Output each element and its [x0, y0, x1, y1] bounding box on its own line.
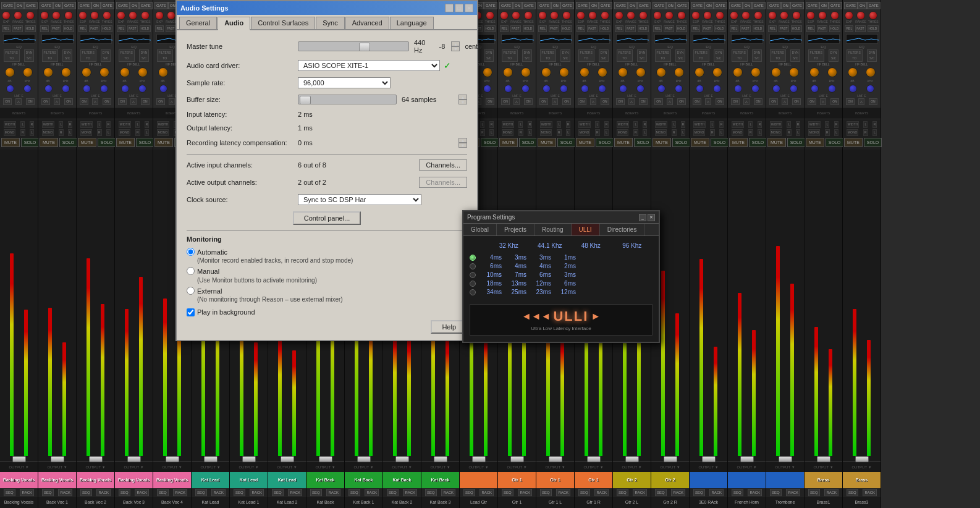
btn-solo-19[interactable]: SOLO [711, 138, 729, 147]
output-row-13[interactable]: OUTPUT ▼ [460, 461, 497, 472]
knob-range-16[interactable] [588, 11, 597, 20]
btn-mono-MONO-5[interactable]: MONO [157, 129, 169, 136]
btn-mono-L-3[interactable]: L [106, 129, 111, 136]
btn-mute-19[interactable]: MUTE [691, 138, 709, 147]
btn-mono-R-17[interactable]: R [633, 129, 638, 136]
tab-sync[interactable]: Sync [316, 17, 344, 29]
btn-on2-19[interactable]: △ [705, 98, 711, 105]
btn-routing-WIDTH-2[interactable]: WIDTH [42, 121, 54, 128]
btn-fast-17[interactable]: FAST [625, 25, 636, 32]
btn-mono-R-20[interactable]: R [748, 129, 753, 136]
btn-routing-WIDTH-23[interactable]: WIDTH [847, 121, 859, 128]
btn-on2-17[interactable]: △ [628, 98, 635, 105]
btn-fast-4[interactable]: FAST [127, 25, 138, 32]
btn-mute-4[interactable]: MUTE [116, 138, 135, 147]
btn-solo-3[interactable]: SOLO [98, 138, 116, 147]
btn-on-19[interactable]: ON [704, 2, 714, 9]
knob-blue-19[interactable] [713, 85, 721, 93]
output-row-11[interactable]: OUTPUT ▼ [383, 461, 421, 472]
btn-hold-15[interactable]: HOLD [561, 25, 572, 32]
output-row-20[interactable]: OUTPUT ▼ [728, 461, 766, 472]
knob-blue-20[interactable] [751, 85, 759, 93]
knob-range-1[interactable] [14, 11, 22, 20]
fader-knob-18[interactable] [664, 456, 677, 462]
btn-gate-18[interactable]: GATE [675, 2, 689, 9]
btn-mono-R-19[interactable]: R [710, 129, 715, 136]
recording-latency-spinner[interactable]: ▲ ▼ [458, 138, 467, 148]
btn-mute-1[interactable]: MUTE [1, 138, 20, 147]
fader-knob-10[interactable] [357, 456, 371, 462]
btn-rack-4[interactable]: RACK [135, 489, 149, 496]
btn-mono-MONO-14[interactable]: MONO [502, 129, 514, 136]
btn-on2-23[interactable]: △ [858, 98, 864, 105]
btn-routing-WIDTH-4[interactable]: WIDTH [119, 121, 131, 128]
knob-exp-23[interactable] [845, 11, 853, 20]
btn-filt-22[interactable]: DYN S/C [829, 49, 839, 62]
fader-knob-11[interactable] [395, 456, 409, 462]
btn-seq-17[interactable]: SEQ [617, 489, 628, 496]
btn-routing-L-15[interactable]: L [557, 121, 561, 128]
btn-mute-15[interactable]: MUTE [538, 138, 556, 147]
btn-mute-22[interactable]: MUTE [806, 138, 824, 147]
fader-knob-7[interactable] [242, 456, 256, 462]
btn-mono-L-23[interactable]: L [872, 129, 877, 136]
knob-blue-15[interactable] [543, 85, 551, 93]
btn-mono-R-15[interactable]: R [557, 129, 562, 136]
knob-blue-14[interactable] [504, 85, 512, 93]
btn-gate-16[interactable]: GATE [576, 2, 589, 9]
output-row-18[interactable]: OUTPUT ▼ [651, 461, 689, 472]
ulli-row-0[interactable]: 4ms3ms3ms1ms [470, 254, 653, 261]
btn-mute-3[interactable]: MUTE [78, 138, 96, 147]
btn-solo-14[interactable]: SOLO [519, 138, 537, 147]
fader-knob-3[interactable] [89, 456, 103, 462]
knob-range-5[interactable] [167, 11, 175, 20]
btn-mono-L-13[interactable]: L [489, 129, 494, 136]
btn-routing-L-2[interactable]: L [59, 121, 63, 128]
ulli-row-1[interactable]: 6ms4ms4ms2ms [470, 263, 653, 269]
btn-routing-WIDTH-20[interactable]: WIDTH [732, 121, 744, 128]
btn-filt-14[interactable]: DYN S/C [522, 49, 533, 62]
btn-on-4[interactable]: ON [130, 2, 139, 9]
btn-filt-18[interactable]: FILTERS TO [655, 49, 671, 62]
btn-rel-20[interactable]: REL [730, 25, 738, 32]
knob-blue-13[interactable] [483, 85, 491, 93]
btn-fast-23[interactable]: FAST [855, 25, 866, 32]
btn-routing-WIDTH-3[interactable]: WIDTH [80, 121, 93, 128]
btn-filt-3[interactable]: FILTERS TO [80, 49, 96, 62]
btn-mono-MONO-20[interactable]: MONO [732, 129, 744, 136]
prog-tab-directories[interactable]: Directories [600, 224, 645, 235]
btn-seq-23[interactable]: SEQ [847, 489, 858, 496]
btn-mute-21[interactable]: MUTE [767, 138, 786, 147]
fader-knob-12[interactable] [434, 456, 447, 462]
btn-gate-3[interactable]: GATE [78, 2, 91, 9]
btn-rel-23[interactable]: REL [845, 25, 853, 32]
btn-gate-17[interactable]: GATE [614, 2, 628, 9]
knob-dB-15[interactable] [559, 67, 569, 77]
btn-hold-18[interactable]: HOLD [676, 25, 687, 32]
btn-filt-4[interactable]: FILTERS TO [119, 49, 135, 62]
btn-rel-18[interactable]: REL [653, 25, 662, 32]
btn-fast-20[interactable]: FAST [740, 25, 751, 32]
fader-knob-17[interactable] [625, 456, 639, 462]
btn-on2-16[interactable]: ON [601, 98, 609, 105]
btn-rel-5[interactable]: REL [155, 25, 164, 32]
btn-on2-2[interactable]: ON [41, 98, 50, 105]
btn-routing-WIDTH-14[interactable]: WIDTH [502, 121, 514, 128]
output-row-9[interactable]: OUTPUT ▼ [306, 461, 344, 472]
btn-rel-21[interactable]: REL [768, 25, 777, 32]
knob-dB-16[interactable] [598, 67, 607, 77]
btn-mono-L-22[interactable]: L [834, 129, 838, 136]
knob-range-21[interactable] [780, 11, 788, 20]
btn-rack-13[interactable]: RACK [479, 489, 494, 496]
btn-rack-23[interactable]: RACK [863, 489, 877, 496]
btn-routing-L-21[interactable]: L [787, 121, 791, 128]
buffer-spin-down[interactable]: ▼ [458, 99, 467, 104]
btn-on2-4[interactable]: ON [141, 98, 150, 105]
btn-routing-WIDTH-18[interactable]: WIDTH [655, 121, 667, 128]
output-row-4[interactable]: OUTPUT ▼ [115, 461, 153, 472]
btn-mono-MONO-22[interactable]: MONO [808, 129, 821, 136]
btn-mono-MONO-3[interactable]: MONO [80, 129, 93, 136]
btn-gate-22[interactable]: GATE [806, 2, 819, 9]
btn-gate-1[interactable]: GATE [24, 2, 38, 9]
btn-seq-9[interactable]: SEQ [310, 489, 322, 496]
